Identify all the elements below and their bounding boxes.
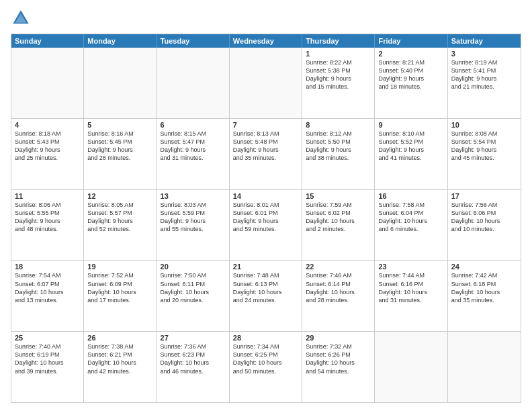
cell-info: Sunrise: 8:13 AM Sunset: 5:48 PM Dayligh… (233, 130, 298, 163)
calendar-cell: 11Sunrise: 8:06 AM Sunset: 5:55 PM Dayli… (11, 190, 84, 261)
day-number: 6 (161, 121, 226, 129)
calendar-cell: 25Sunrise: 7:40 AM Sunset: 6:19 PM Dayli… (11, 332, 84, 402)
day-number: 1 (306, 50, 371, 58)
day-number: 26 (87, 334, 152, 342)
day-number: 5 (87, 121, 152, 129)
day-number: 22 (306, 263, 371, 271)
calendar-cell (230, 48, 302, 118)
calendar-cell (11, 48, 84, 118)
calendar-body: 1Sunrise: 8:22 AM Sunset: 5:38 PM Daylig… (11, 48, 521, 402)
cell-info: Sunrise: 8:01 AM Sunset: 6:01 PM Dayligh… (233, 201, 298, 234)
day-number: 4 (15, 121, 80, 129)
cell-info: Sunrise: 7:42 AM Sunset: 6:18 PM Dayligh… (451, 271, 517, 304)
cell-info: Sunrise: 7:48 AM Sunset: 6:13 PM Dayligh… (233, 271, 298, 304)
calendar-cell: 22Sunrise: 7:46 AM Sunset: 6:14 PM Dayli… (302, 261, 375, 331)
calendar-cell (448, 332, 521, 402)
logo-icon (11, 8, 31, 28)
cell-info: Sunrise: 8:15 AM Sunset: 5:47 PM Dayligh… (161, 130, 226, 163)
calendar-cell: 16Sunrise: 7:58 AM Sunset: 6:04 PM Dayli… (375, 190, 447, 261)
day-number: 11 (15, 192, 80, 200)
calendar-cell: 5Sunrise: 8:16 AM Sunset: 5:45 PM Daylig… (84, 119, 157, 189)
calendar-cell: 21Sunrise: 7:48 AM Sunset: 6:13 PM Dayli… (230, 261, 302, 331)
calendar-cell (84, 48, 157, 118)
calendar-row: 1Sunrise: 8:22 AM Sunset: 5:38 PM Daylig… (11, 48, 521, 118)
cell-info: Sunrise: 8:19 AM Sunset: 5:41 PM Dayligh… (451, 58, 517, 91)
day-number: 9 (378, 121, 443, 129)
calendar-header: SundayMondayTuesdayWednesdayThursdayFrid… (11, 34, 521, 48)
day-number: 20 (161, 263, 226, 271)
calendar-cell: 23Sunrise: 7:44 AM Sunset: 6:16 PM Dayli… (375, 261, 447, 331)
calendar-cell: 28Sunrise: 7:34 AM Sunset: 6:25 PM Dayli… (230, 332, 302, 402)
cell-info: Sunrise: 7:34 AM Sunset: 6:25 PM Dayligh… (233, 342, 298, 375)
calendar-cell: 10Sunrise: 8:08 AM Sunset: 5:54 PM Dayli… (448, 119, 521, 189)
header-day: Sunday (11, 34, 84, 48)
cell-info: Sunrise: 8:05 AM Sunset: 5:57 PM Dayligh… (87, 201, 152, 234)
cell-info: Sunrise: 7:56 AM Sunset: 6:06 PM Dayligh… (451, 201, 517, 234)
calendar-cell: 3Sunrise: 8:19 AM Sunset: 5:41 PM Daylig… (448, 48, 521, 118)
cell-info: Sunrise: 8:22 AM Sunset: 5:38 PM Dayligh… (306, 58, 371, 91)
header-day: Monday (84, 34, 157, 48)
calendar-cell: 15Sunrise: 7:59 AM Sunset: 6:02 PM Dayli… (302, 190, 375, 261)
day-number: 12 (87, 192, 152, 200)
calendar-cell: 19Sunrise: 7:52 AM Sunset: 6:09 PM Dayli… (84, 261, 157, 331)
cell-info: Sunrise: 7:32 AM Sunset: 6:26 PM Dayligh… (306, 342, 371, 375)
calendar-cell: 6Sunrise: 8:15 AM Sunset: 5:47 PM Daylig… (157, 119, 230, 189)
day-number: 16 (378, 192, 443, 200)
calendar-cell: 14Sunrise: 8:01 AM Sunset: 6:01 PM Dayli… (230, 190, 302, 261)
calendar-cell: 2Sunrise: 8:21 AM Sunset: 5:40 PM Daylig… (375, 48, 447, 118)
header-day: Thursday (302, 34, 375, 48)
day-number: 19 (87, 263, 152, 271)
calendar-cell: 26Sunrise: 7:38 AM Sunset: 6:21 PM Dayli… (84, 332, 157, 402)
calendar-row: 18Sunrise: 7:54 AM Sunset: 6:07 PM Dayli… (11, 260, 521, 331)
cell-info: Sunrise: 7:58 AM Sunset: 6:04 PM Dayligh… (378, 201, 443, 234)
calendar-cell: 18Sunrise: 7:54 AM Sunset: 6:07 PM Dayli… (11, 261, 84, 331)
day-number: 27 (161, 334, 226, 342)
cell-info: Sunrise: 8:06 AM Sunset: 5:55 PM Dayligh… (15, 201, 80, 234)
cell-info: Sunrise: 7:36 AM Sunset: 6:23 PM Dayligh… (161, 342, 226, 375)
cell-info: Sunrise: 7:38 AM Sunset: 6:21 PM Dayligh… (87, 342, 152, 375)
calendar-cell: 29Sunrise: 7:32 AM Sunset: 6:26 PM Dayli… (302, 332, 375, 402)
calendar: SundayMondayTuesdayWednesdayThursdayFrid… (11, 34, 521, 403)
cell-info: Sunrise: 8:03 AM Sunset: 5:59 PM Dayligh… (161, 201, 226, 234)
day-number: 21 (233, 263, 298, 271)
day-number: 29 (306, 334, 371, 342)
cell-info: Sunrise: 7:59 AM Sunset: 6:02 PM Dayligh… (306, 201, 371, 234)
cell-info: Sunrise: 8:21 AM Sunset: 5:40 PM Dayligh… (378, 58, 443, 91)
day-number: 14 (233, 192, 298, 200)
day-number: 15 (306, 192, 371, 200)
header-day: Friday (375, 34, 447, 48)
header (11, 8, 521, 28)
calendar-cell (375, 332, 447, 402)
calendar-cell: 27Sunrise: 7:36 AM Sunset: 6:23 PM Dayli… (157, 332, 230, 402)
day-number: 23 (378, 263, 443, 271)
calendar-cell: 7Sunrise: 8:13 AM Sunset: 5:48 PM Daylig… (230, 119, 302, 189)
cell-info: Sunrise: 7:40 AM Sunset: 6:19 PM Dayligh… (15, 342, 80, 375)
calendar-row: 25Sunrise: 7:40 AM Sunset: 6:19 PM Dayli… (11, 331, 521, 402)
day-number: 10 (451, 121, 517, 129)
day-number: 2 (378, 50, 443, 58)
day-number: 17 (451, 192, 517, 200)
cell-info: Sunrise: 8:18 AM Sunset: 5:43 PM Dayligh… (15, 130, 80, 163)
cell-info: Sunrise: 7:52 AM Sunset: 6:09 PM Dayligh… (87, 271, 152, 304)
day-number: 24 (451, 263, 517, 271)
day-number: 13 (161, 192, 226, 200)
calendar-row: 4Sunrise: 8:18 AM Sunset: 5:43 PM Daylig… (11, 118, 521, 189)
logo (11, 8, 34, 28)
day-number: 18 (15, 263, 80, 271)
calendar-cell: 12Sunrise: 8:05 AM Sunset: 5:57 PM Dayli… (84, 190, 157, 261)
calendar-row: 11Sunrise: 8:06 AM Sunset: 5:55 PM Dayli… (11, 189, 521, 261)
calendar-cell: 13Sunrise: 8:03 AM Sunset: 5:59 PM Dayli… (157, 190, 230, 261)
cell-info: Sunrise: 7:44 AM Sunset: 6:16 PM Dayligh… (378, 271, 443, 304)
calendar-cell: 9Sunrise: 8:10 AM Sunset: 5:52 PM Daylig… (375, 119, 447, 189)
day-number: 28 (233, 334, 298, 342)
calendar-cell: 20Sunrise: 7:50 AM Sunset: 6:11 PM Dayli… (157, 261, 230, 331)
day-number: 8 (306, 121, 371, 129)
calendar-cell (157, 48, 230, 118)
day-number: 7 (233, 121, 298, 129)
calendar-cell: 8Sunrise: 8:12 AM Sunset: 5:50 PM Daylig… (302, 119, 375, 189)
cell-info: Sunrise: 7:50 AM Sunset: 6:11 PM Dayligh… (161, 271, 226, 304)
page: SundayMondayTuesdayWednesdayThursdayFrid… (0, 0, 532, 411)
calendar-cell: 4Sunrise: 8:18 AM Sunset: 5:43 PM Daylig… (11, 119, 84, 189)
header-day: Tuesday (157, 34, 230, 48)
cell-info: Sunrise: 8:12 AM Sunset: 5:50 PM Dayligh… (306, 130, 371, 163)
